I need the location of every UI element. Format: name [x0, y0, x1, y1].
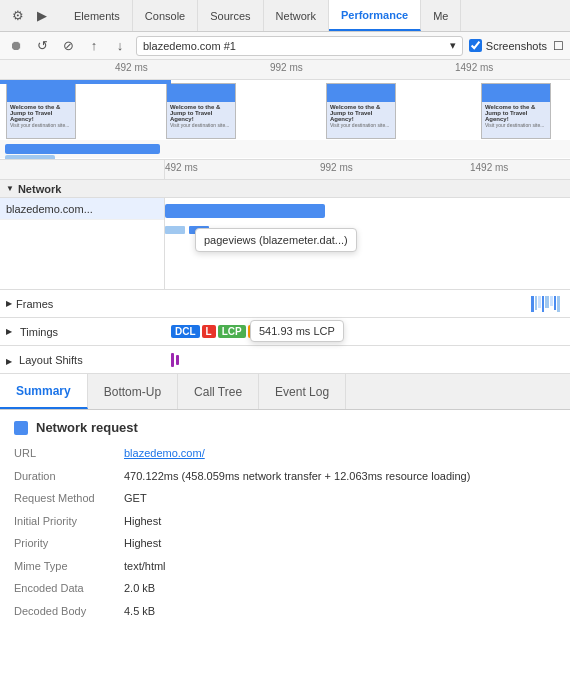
- tab-call-tree[interactable]: Call Tree: [178, 374, 259, 409]
- flame-chart: [0, 140, 570, 158]
- tab-bottom-up[interactable]: Bottom-Up: [88, 374, 178, 409]
- timings-section: ▶ Timings DCL L LCP FP FCP 541.93 ms LCP: [0, 318, 570, 346]
- secondary-toolbar: ⏺ ↺ ⊘ ↑ ↓ blazedemo.com #1 ▾ Screenshots…: [0, 32, 570, 60]
- detail-val-duration: 470.122ms (458.059ms network transfer + …: [124, 468, 556, 485]
- screenshots-row: Welcome to the & Jump to Travel Agency! …: [0, 80, 570, 140]
- network-row-blazedemo[interactable]: blazedemo.com...: [0, 198, 164, 220]
- network-left-panel: blazedemo.com...: [0, 198, 165, 290]
- detail-key-mime: Mime Type: [14, 558, 124, 575]
- stop-button[interactable]: ⊘: [58, 36, 78, 56]
- frames-label: Frames: [16, 298, 53, 310]
- ruler-992: 992 ms: [270, 62, 303, 73]
- ruler-492: 492 ms: [115, 62, 148, 73]
- devtools-icon[interactable]: ⚙: [8, 6, 28, 26]
- network-tooltip: pageviews (blazemeter.dat...): [195, 228, 357, 252]
- record-button[interactable]: ⏺: [6, 36, 26, 56]
- detail-key-url: URL: [14, 445, 124, 462]
- detail-key-decoded: Decoded Body: [14, 603, 124, 620]
- layout-shifts-collapse-icon[interactable]: ▶: [6, 357, 12, 366]
- detail-key-method: Request Method: [14, 490, 124, 507]
- detail-val-priority: Highest: [124, 535, 556, 552]
- timing-dcl: DCL: [171, 325, 200, 338]
- frames-bar-5: [545, 296, 549, 308]
- screenshots-label: Screenshots: [486, 40, 547, 52]
- detail-row-initial-priority: Initial Priority Highest: [14, 513, 556, 530]
- net-ruler-1492: 1492 ms: [470, 162, 508, 173]
- detail-row-encoded: Encoded Data 2.0 kB: [14, 580, 556, 597]
- tab-elements[interactable]: Elements: [62, 0, 133, 31]
- network-collapse-icon[interactable]: ▼: [6, 184, 14, 193]
- network-ruler-right: 492 ms 992 ms 1492 ms: [165, 160, 570, 179]
- panel-tab-bar: Summary Bottom-Up Call Tree Event Log: [0, 374, 570, 410]
- detail-row-mime: Mime Type text/html: [14, 558, 556, 575]
- url-bar[interactable]: blazedemo.com #1 ▾: [136, 36, 463, 56]
- detail-val-method: GET: [124, 490, 556, 507]
- detail-row-method: Request Method GET: [14, 490, 556, 507]
- detail-row-decoded: Decoded Body 4.5 kB: [14, 603, 556, 620]
- network-request-bar[interactable]: [165, 204, 325, 218]
- more-settings-icon[interactable]: ☐: [553, 39, 564, 53]
- network-ruler-left: [0, 160, 165, 179]
- timings-collapse-icon[interactable]: ▶: [6, 327, 12, 336]
- network-header: ▼ Network: [0, 180, 570, 198]
- layout-shifts-label: Layout Shifts: [19, 354, 83, 366]
- flame-bar-main: [5, 144, 160, 154]
- frames-section[interactable]: ▶ Frames: [0, 290, 570, 318]
- detail-key-encoded: Encoded Data: [14, 580, 124, 597]
- detail-panel: Network request URL blazedemo.com/ Durat…: [0, 410, 570, 683]
- screenshots-checkbox[interactable]: [469, 39, 482, 52]
- timings-label-area: ▶ Timings: [6, 326, 171, 338]
- network-section: 492 ms 992 ms 1492 ms ▼ Network blazedem…: [0, 160, 570, 290]
- frames-bar-3: [538, 296, 541, 308]
- frames-bar-4: [542, 296, 544, 312]
- timing-l: L: [202, 325, 216, 338]
- net-ruler-992: 992 ms: [320, 162, 353, 173]
- tab-console[interactable]: Console: [133, 0, 198, 31]
- layout-shifts-bars: [171, 353, 564, 367]
- inspect-icon[interactable]: ▶: [32, 6, 52, 26]
- tab-event-log[interactable]: Event Log: [259, 374, 346, 409]
- devtools-icons: ⚙ ▶: [4, 6, 60, 26]
- detail-title-text: Network request: [36, 420, 138, 435]
- network-title: Network: [18, 183, 61, 195]
- detail-key-duration: Duration: [14, 468, 124, 485]
- upload-button[interactable]: ↑: [84, 36, 104, 56]
- detail-val-mime: text/html: [124, 558, 556, 575]
- main-tabs: Elements Console Sources Network Perform…: [62, 0, 461, 31]
- timeline-ruler: 492 ms 992 ms 1492 ms: [0, 60, 570, 80]
- detail-key-initial-priority: Initial Priority: [14, 513, 124, 530]
- tooltip-text: pageviews (blazemeter.dat...): [204, 234, 348, 246]
- timings-badges: DCL L LCP FP FCP: [171, 325, 564, 338]
- tab-sources[interactable]: Sources: [198, 0, 263, 31]
- screenshot-3: Welcome to the & Jump to Travel Agency! …: [326, 83, 396, 139]
- detail-val-decoded: 4.5 kB: [124, 603, 556, 620]
- net-ruler-492: 492 ms: [165, 162, 198, 173]
- tab-more[interactable]: Me: [421, 0, 461, 31]
- top-tab-bar: ⚙ ▶ Elements Console Sources Network Per…: [0, 0, 570, 32]
- lcp-tooltip-text: 541.93 ms LCP: [259, 325, 335, 337]
- detail-row-priority: Priority Highest: [14, 535, 556, 552]
- url-dropdown-icon[interactable]: ▾: [450, 39, 456, 52]
- frames-bar-1: [531, 296, 534, 312]
- detail-key-priority: Priority: [14, 535, 124, 552]
- tab-summary[interactable]: Summary: [0, 374, 88, 409]
- network-body: blazedemo.com... pageviews (blazemeter.d…: [0, 198, 570, 290]
- frames-bars: [531, 296, 560, 312]
- detail-val-encoded: 2.0 kB: [124, 580, 556, 597]
- download-button[interactable]: ↓: [110, 36, 130, 56]
- network-row-label: blazedemo.com...: [6, 203, 93, 215]
- ls-bar-2: [176, 355, 179, 365]
- tab-performance[interactable]: Performance: [329, 0, 421, 31]
- timing-lcp: LCP: [218, 325, 246, 338]
- tab-network[interactable]: Network: [264, 0, 329, 31]
- frames-bar-7: [554, 296, 556, 310]
- detail-title: Network request: [14, 420, 556, 435]
- detail-val-url[interactable]: blazedemo.com/: [124, 445, 556, 462]
- refresh-button[interactable]: ↺: [32, 36, 52, 56]
- loading-bar-indicator: [0, 80, 570, 84]
- detail-row-duration: Duration 470.122ms (458.059ms network tr…: [14, 468, 556, 485]
- screenshot-2: Welcome to the & Jump to Travel Agency! …: [166, 83, 236, 139]
- frames-collapse-icon[interactable]: ▶: [6, 299, 12, 308]
- network-timing-bar-1: [165, 226, 185, 234]
- frames-bar-8: [557, 296, 560, 312]
